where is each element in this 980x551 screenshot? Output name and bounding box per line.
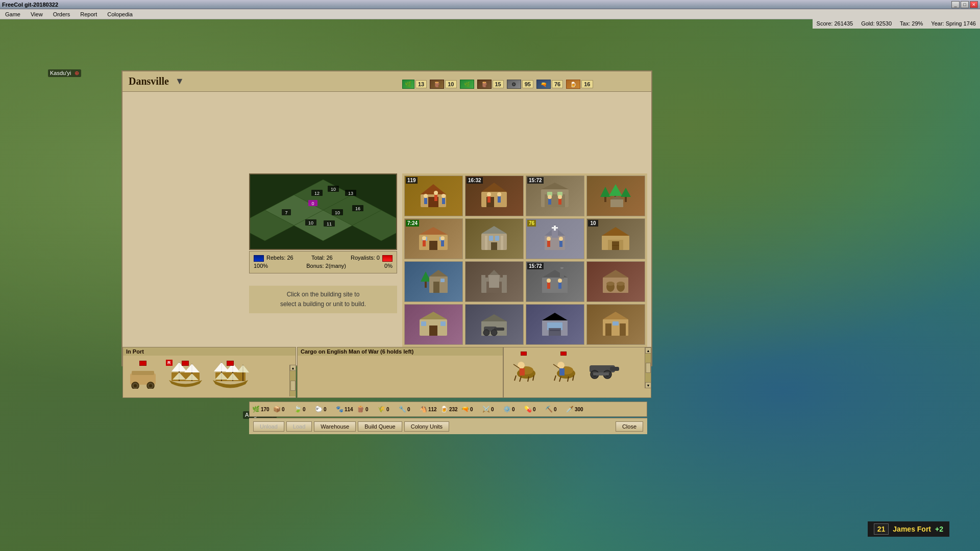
svg-rect-139: [132, 371, 154, 375]
building-cell-1[interactable]: 119: [404, 176, 463, 216]
good-cigars: 🔫 0: [461, 405, 479, 413]
cargo-panel: Cargo on English Man of War (6 holds lef…: [297, 347, 503, 398]
svg-point-107: [547, 279, 551, 283]
colony-units-button[interactable]: Colony Units: [404, 421, 449, 432]
maximize-button[interactable]: □: [961, 1, 969, 8]
ship-warship[interactable]: R: [165, 360, 206, 392]
menu-view[interactable]: View: [28, 10, 46, 18]
unit-scrollbar[interactable]: ▲ ▼: [645, 347, 651, 388]
svg-line-173: [554, 375, 556, 381]
bottom-right-info: 21 James Fort +2: [868, 521, 949, 537]
build-queue-button[interactable]: Build Queue: [358, 421, 402, 432]
close-window-button[interactable]: ✕: [970, 1, 978, 8]
colony-dropdown[interactable]: ▼: [175, 76, 184, 87]
building-cell-8[interactable]: 10: [586, 218, 645, 259]
building-cell-6[interactable]: [465, 218, 524, 259]
good-food: 🌿 170: [252, 405, 270, 413]
royalists-label: Royalists: 0: [351, 255, 380, 261]
good-coats: ⚙️ 0: [503, 405, 521, 413]
menu-game[interactable]: Game: [2, 10, 23, 18]
svg-point-65: [440, 236, 445, 240]
svg-point-63: [422, 236, 426, 240]
menu-bar: Game View Orders Report Colopedia Score:…: [0, 9, 980, 19]
svg-text:10: 10: [331, 187, 336, 192]
building-cell-4[interactable]: [586, 176, 645, 216]
port-scrollbar[interactable]: ▲ ▼: [289, 365, 296, 396]
svg-marker-123: [481, 314, 507, 321]
ship-frigate[interactable]: [210, 360, 251, 392]
building-cell-12[interactable]: [586, 261, 645, 302]
svg-rect-29: [424, 198, 427, 204]
load-button[interactable]: Load: [286, 421, 312, 432]
svg-rect-99: [503, 275, 507, 279]
unit-panel: ▲ ▼: [503, 347, 651, 398]
building-cell-7[interactable]: 76: [526, 218, 584, 259]
scroll-up-arrow[interactable]: ▲: [290, 365, 296, 371]
building-cell-15[interactable]: [526, 304, 584, 345]
unit-scroll-up[interactable]: ▲: [645, 347, 651, 354]
svg-rect-179: [610, 367, 619, 371]
menu-colopedia[interactable]: Colopedia: [104, 10, 136, 18]
building-cell-13[interactable]: [404, 304, 463, 345]
unit-cavalry-1[interactable]: [506, 352, 542, 384]
svg-rect-40: [498, 196, 501, 203]
menu-orders[interactable]: Orders: [50, 10, 74, 18]
svg-rect-66: [441, 240, 444, 246]
svg-point-116: [617, 282, 625, 286]
svg-rect-94: [440, 279, 445, 282]
colony-name: Dansville: [129, 76, 169, 87]
svg-point-30: [434, 191, 438, 195]
svg-rect-121: [440, 321, 446, 326]
building-cell-11[interactable]: 15:72: [526, 261, 584, 302]
window-controls: _ □ ✕: [951, 1, 978, 8]
unit-cavalry-2[interactable]: [546, 352, 581, 384]
svg-point-126: [483, 330, 489, 336]
svg-point-114: [606, 282, 615, 286]
building-cell-9[interactable]: [404, 261, 463, 302]
building-cell-16[interactable]: [586, 304, 645, 345]
stats-row-1: Rebels: 26 Total: 26 Royalists: 0: [254, 255, 393, 262]
resource-muskets: 🔫 76: [536, 80, 563, 89]
unit-cannon[interactable]: [585, 352, 621, 384]
stats-row-2: 100% Bonus: 2(many) 0%: [254, 263, 393, 269]
total-label: Total: 26: [311, 255, 333, 262]
good-lumber: 🪵 0: [356, 405, 374, 413]
unit-flag-2: [560, 352, 567, 356]
building-cell-3[interactable]: 15:72: [526, 176, 584, 216]
svg-rect-103: [542, 278, 568, 293]
svg-marker-26: [421, 184, 446, 194]
building-cell-14[interactable]: [465, 304, 524, 345]
ship-wagon[interactable]: [125, 360, 161, 392]
scroll-thumb: [290, 381, 296, 391]
good-rum: 🍺 232: [440, 405, 458, 413]
resource-furs: 🪵 15: [477, 80, 504, 89]
svg-rect-90: [425, 282, 427, 288]
svg-text:10: 10: [335, 210, 340, 215]
minimize-button[interactable]: _: [951, 1, 960, 8]
svg-text:11: 11: [327, 221, 332, 227]
svg-rect-33: [442, 198, 445, 204]
svg-rect-47: [548, 199, 551, 205]
svg-marker-68: [481, 226, 507, 234]
building-cell-5[interactable]: 7:24: [404, 218, 463, 259]
svg-rect-72: [495, 236, 499, 241]
resource-food: 🌿 13: [402, 80, 427, 89]
instruction-line1: Click on the building site to: [253, 290, 393, 299]
svg-text:16: 16: [355, 206, 360, 211]
close-button[interactable]: Close: [616, 421, 643, 432]
unit-flag-1: [521, 352, 527, 356]
unit-scroll-down[interactable]: ▼: [645, 382, 651, 388]
cargo-header: Cargo on English Man of War (6 holds lef…: [298, 347, 503, 356]
menu-report[interactable]: Report: [77, 10, 100, 18]
svg-rect-31: [434, 195, 437, 201]
unload-button[interactable]: Unload: [253, 421, 284, 432]
svg-point-82: [559, 237, 563, 241]
building-cell-2[interactable]: 16:32: [465, 176, 524, 216]
building-cell-10[interactable]: [465, 261, 524, 302]
ship-badge-r: R: [166, 360, 173, 366]
good-tools: ⛏️ 0: [545, 405, 562, 413]
svg-rect-96: [481, 275, 485, 279]
svg-rect-43: [545, 194, 565, 207]
svg-marker-102: [489, 270, 499, 275]
warehouse-button[interactable]: Warehouse: [314, 421, 356, 432]
